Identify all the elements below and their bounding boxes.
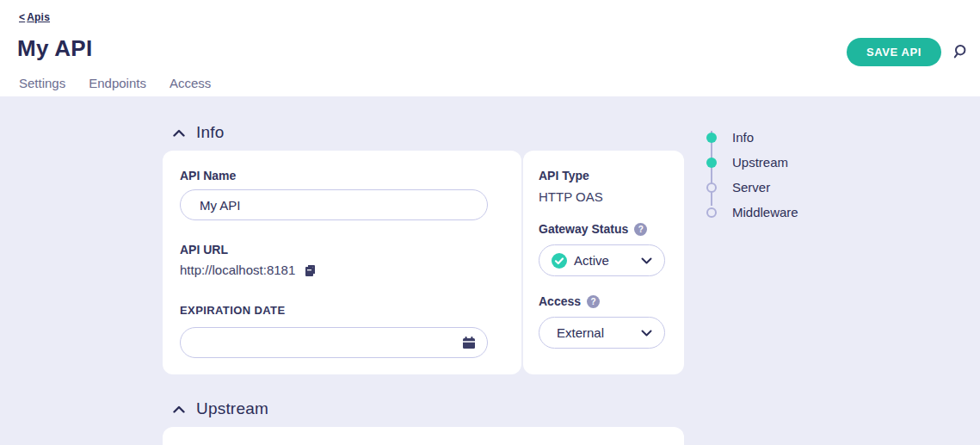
section-stepper: Info Upstream Server Middleware: [706, 125, 798, 225]
breadcrumb-label: Apis: [27, 11, 50, 23]
step-dot: [706, 182, 717, 193]
chevron-down-icon: [641, 257, 652, 264]
api-url-label: API URL: [180, 243, 504, 256]
step-dot: [706, 207, 717, 218]
gateway-status-value: Active: [574, 253, 634, 268]
access-value: External: [557, 325, 634, 340]
info-section-toggle[interactable]: Info: [173, 123, 225, 142]
api-name-input[interactable]: [180, 189, 488, 220]
chevron-left-icon: <: [19, 11, 25, 23]
chevron-up-icon: [173, 129, 185, 137]
tab-endpoints[interactable]: Endpoints: [89, 76, 146, 90]
save-api-button[interactable]: SAVE API: [847, 38, 941, 66]
chevron-down-icon: [641, 330, 652, 337]
help-icon[interactable]: ?: [587, 295, 600, 308]
step-label: Middleware: [732, 205, 798, 219]
search-icon[interactable]: [953, 44, 969, 59]
upstream-section-heading: Upstream: [196, 399, 268, 418]
upstream-card: [163, 427, 684, 445]
info-cards: API Name API URL http://localhost:8181 E…: [163, 151, 684, 374]
upstream-section-toggle[interactable]: Upstream: [173, 399, 268, 418]
page-title: My API: [17, 35, 93, 62]
tab-bar: Settings Endpoints Access: [19, 76, 211, 90]
info-card-left: API Name API URL http://localhost:8181 E…: [163, 151, 521, 374]
page-header: <Apis My API Settings Endpoints Access S…: [0, 0, 980, 96]
gateway-status-label: Gateway Status: [539, 222, 628, 236]
stepper-item-middleware[interactable]: Middleware: [706, 200, 798, 225]
tab-settings[interactable]: Settings: [19, 76, 65, 90]
info-section-heading: Info: [196, 123, 225, 142]
stepper-item-upstream[interactable]: Upstream: [706, 150, 798, 175]
stepper-item-info[interactable]: Info: [706, 125, 798, 150]
step-label: Info: [732, 130, 754, 145]
access-select[interactable]: External: [539, 317, 665, 349]
tab-access[interactable]: Access: [169, 76, 211, 90]
expiration-date-input[interactable]: [180, 327, 488, 358]
copy-icon[interactable]: [304, 263, 317, 277]
chevron-up-icon: [173, 405, 185, 413]
main-content: Info API Name API URL http://localhost:8…: [0, 96, 980, 445]
api-name-label: API Name: [180, 169, 504, 182]
access-label: Access: [539, 294, 581, 308]
calendar-icon[interactable]: [462, 336, 476, 349]
step-dot: [706, 158, 717, 168]
check-circle-icon: [552, 253, 567, 269]
step-label: Upstream: [732, 155, 788, 170]
help-icon[interactable]: ?: [634, 223, 647, 236]
api-type-value: HTTP OAS: [539, 189, 669, 204]
gateway-status-select[interactable]: Active: [539, 244, 665, 276]
step-label: Server: [732, 180, 770, 195]
expiration-date-label: EXPIRATION DATE: [180, 304, 504, 317]
info-card-right: API Type HTTP OAS Gateway Status ? Activ…: [523, 151, 684, 374]
api-type-label: API Type: [539, 169, 669, 182]
stepper-item-server[interactable]: Server: [706, 175, 798, 200]
step-dot: [706, 133, 717, 143]
api-url-value: http://localhost:8181: [180, 263, 295, 277]
breadcrumb[interactable]: <Apis: [19, 11, 50, 23]
